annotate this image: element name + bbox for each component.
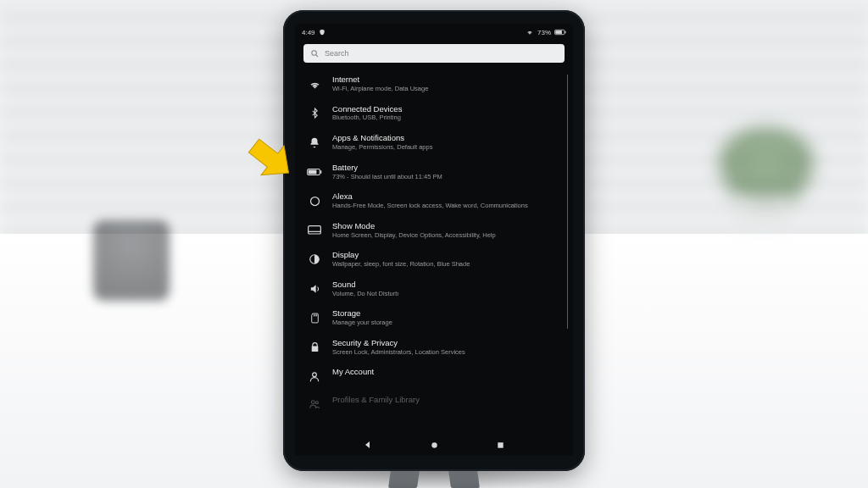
- settings-item-my-account[interactable]: My Account: [305, 362, 566, 390]
- lock-icon: [307, 340, 322, 355]
- settings-item-text: StorageManage your storage: [332, 309, 563, 327]
- bt-icon: [307, 106, 322, 121]
- settings-item-subtitle: Hands-Free Mode, Screen lock access, Wak…: [332, 202, 563, 210]
- settings-item-text: AlexaHands-Free Mode, Screen lock access…: [332, 192, 563, 210]
- settings-item-subtitle: Bluetooth, USB, Printing: [332, 114, 563, 122]
- settings-item-subtitle: 73% - Should last until about 11:45 PM: [332, 174, 563, 181]
- svg-point-16: [311, 401, 314, 404]
- settings-item-title: Alexa: [332, 192, 563, 202]
- settings-item-title: Apps & Notifications: [332, 134, 563, 143]
- settings-item-battery[interactable]: Battery73% - Should last until about 11:…: [305, 158, 566, 187]
- settings-item-text: Connected DevicesBluetooth, USB, Printin…: [332, 105, 563, 123]
- settings-item-text: Profiles & Family Library: [332, 396, 563, 405]
- settings-item-profiles-family-library[interactable]: Profiles & Family Library: [305, 390, 566, 418]
- settings-item-title: Security & Privacy: [332, 339, 563, 348]
- screen: 4:49 73%: [295, 24, 573, 456]
- wifi-icon: [307, 76, 322, 92]
- bell-icon: [307, 135, 322, 150]
- navigation-bar: [295, 434, 573, 456]
- scene: 4:49 73%: [0, 0, 868, 488]
- search-icon: [310, 49, 320, 58]
- sound-icon: [307, 281, 322, 297]
- scrollbar[interactable]: [567, 75, 568, 329]
- half-icon: [307, 252, 322, 267]
- settings-item-subtitle: Manage your storage: [332, 319, 563, 327]
- show-icon: [307, 223, 322, 238]
- settings-item-subtitle: Wi-Fi, Airplane mode, Data Usage: [332, 86, 563, 93]
- settings-item-text: Apps & NotificationsManage, Permissions,…: [332, 134, 563, 152]
- wifi-icon: [526, 29, 534, 36]
- settings-item-title: Connected Devices: [332, 105, 563, 114]
- settings-item-text: Show ModeHome Screen, Display, Device Op…: [332, 222, 563, 240]
- battery-icon: [554, 29, 566, 36]
- sd-icon: [307, 310, 322, 325]
- svg-line-4: [316, 54, 318, 56]
- settings-item-subtitle: Screen Lock, Administrators, Location Se…: [332, 349, 563, 357]
- settings-item-subtitle: Home Screen, Display, Device Options, Ac…: [332, 232, 563, 240]
- nav-recent-button[interactable]: [492, 437, 508, 452]
- settings-item-subtitle: Manage, Permissions, Default apps: [332, 144, 563, 152]
- settings-item-text: InternetWi-Fi, Airplane mode, Data Usage: [332, 75, 563, 93]
- settings-item-connected-devices[interactable]: Connected DevicesBluetooth, USB, Printin…: [305, 99, 566, 129]
- people-icon: [307, 396, 322, 412]
- settings-item-display[interactable]: DisplayWallpaper, sleep, font size, Rota…: [305, 245, 566, 274]
- settings-item-security-privacy[interactable]: Security & PrivacyScreen Lock, Administr…: [305, 333, 566, 363]
- battery-percent: 73%: [537, 29, 551, 36]
- svg-point-15: [313, 373, 317, 377]
- nav-back-button[interactable]: [360, 437, 376, 452]
- svg-point-18: [431, 442, 437, 447]
- settings-item-title: Storage: [332, 309, 563, 319]
- settings-item-text: My Account: [332, 368, 563, 377]
- search-placeholder: Search: [325, 49, 349, 58]
- svg-rect-2: [565, 31, 565, 34]
- settings-item-storage[interactable]: StorageManage your storage: [305, 303, 566, 333]
- settings-item-sound[interactable]: SoundVolume, Do Not Disturb: [305, 274, 566, 304]
- settings-item-title: Sound: [332, 280, 563, 290]
- settings-item-title: Profiles & Family Library: [332, 396, 563, 405]
- svg-rect-7: [320, 170, 321, 173]
- settings-item-subtitle: Volume, Do Not Disturb: [332, 291, 563, 298]
- svg-rect-6: [309, 169, 317, 174]
- settings-item-title: Display: [332, 251, 563, 260]
- settings-item-text: SoundVolume, Do Not Disturb: [332, 280, 563, 298]
- search-input[interactable]: Search: [303, 44, 565, 63]
- settings-list[interactable]: InternetWi-Fi, Airplane mode, Data Usage…: [295, 68, 573, 434]
- battery-icon: [307, 164, 322, 180]
- settings-item-text: DisplayWallpaper, sleep, font size, Rota…: [332, 251, 563, 269]
- svg-rect-1: [555, 30, 562, 34]
- ring-icon: [307, 193, 322, 208]
- tablet-device: 4:49 73%: [283, 10, 585, 471]
- person-icon: [307, 369, 322, 384]
- svg-rect-9: [309, 225, 321, 233]
- settings-item-text: Battery73% - Should last until about 11:…: [332, 164, 563, 181]
- status-time: 4:49: [302, 29, 315, 36]
- status-bar: 4:49 73%: [295, 24, 573, 41]
- svg-point-3: [312, 50, 317, 55]
- svg-point-17: [315, 402, 318, 404]
- settings-item-apps-notifications[interactable]: Apps & NotificationsManage, Permissions,…: [305, 128, 566, 158]
- background-speaker: [93, 220, 170, 301]
- shield-icon: [319, 29, 326, 36]
- settings-item-internet[interactable]: InternetWi-Fi, Airplane mode, Data Usage: [305, 69, 566, 99]
- nav-home-button[interactable]: [426, 437, 442, 452]
- settings-item-title: Show Mode: [332, 222, 563, 231]
- svg-rect-19: [498, 442, 503, 447]
- settings-item-title: Internet: [332, 75, 563, 85]
- settings-item-title: Battery: [332, 164, 563, 173]
- settings-item-alexa[interactable]: AlexaHands-Free Mode, Screen lock access…: [305, 186, 566, 216]
- settings-item-title: My Account: [332, 368, 563, 377]
- settings-item-subtitle: Wallpaper, sleep, font size, Rotation, B…: [332, 261, 563, 269]
- settings-item-show-mode[interactable]: Show ModeHome Screen, Display, Device Op…: [305, 216, 566, 246]
- status-left: 4:49: [302, 29, 326, 36]
- background-pot: [732, 195, 792, 229]
- status-right: 73%: [526, 29, 566, 36]
- settings-item-text: Security & PrivacyScreen Lock, Administr…: [332, 339, 563, 357]
- svg-point-8: [310, 197, 319, 205]
